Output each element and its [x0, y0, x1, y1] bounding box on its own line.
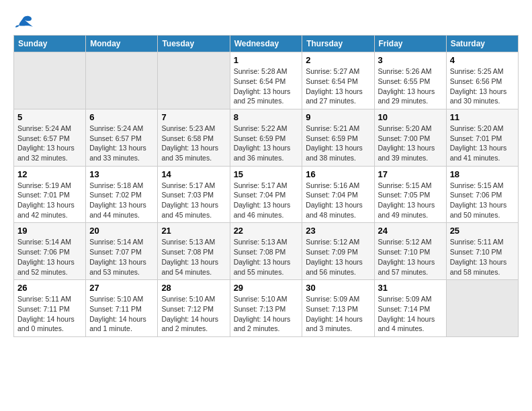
calendar-cell: [86, 52, 158, 109]
weekday-header-tuesday: Tuesday: [158, 36, 230, 52]
day-number: 12: [17, 169, 82, 179]
day-info: Sunrise: 5:17 AM Sunset: 7:04 PM Dayligh…: [234, 181, 299, 220]
calendar-cell: 25Sunrise: 5:11 AM Sunset: 7:10 PM Dayli…: [446, 223, 518, 280]
day-number: 11: [450, 112, 515, 122]
day-info: Sunrise: 5:13 AM Sunset: 7:08 PM Dayligh…: [234, 237, 299, 277]
calendar-cell: [14, 52, 86, 109]
day-number: 15: [234, 169, 299, 179]
calendar-cell: 9Sunrise: 5:21 AM Sunset: 6:59 PM Daylig…: [302, 109, 374, 166]
day-info: Sunrise: 5:11 AM Sunset: 7:11 PM Dayligh…: [17, 294, 82, 334]
calendar-cell: 27Sunrise: 5:10 AM Sunset: 7:11 PM Dayli…: [86, 280, 158, 337]
calendar-cell: 17Sunrise: 5:15 AM Sunset: 7:05 PM Dayli…: [374, 166, 446, 223]
day-info: Sunrise: 5:12 AM Sunset: 7:09 PM Dayligh…: [306, 237, 370, 277]
calendar-cell: 11Sunrise: 5:20 AM Sunset: 7:01 PM Dayli…: [446, 109, 518, 166]
day-number: 4: [450, 55, 515, 65]
day-number: 1: [234, 55, 299, 65]
calendar-cell: 13Sunrise: 5:18 AM Sunset: 7:02 PM Dayli…: [86, 166, 158, 223]
day-number: 16: [306, 169, 370, 179]
day-info: Sunrise: 5:24 AM Sunset: 6:57 PM Dayligh…: [17, 124, 82, 163]
calendar-cell: 29Sunrise: 5:10 AM Sunset: 7:13 PM Dayli…: [230, 280, 302, 337]
day-number: 3: [378, 55, 443, 65]
day-info: Sunrise: 5:23 AM Sunset: 6:58 PM Dayligh…: [161, 124, 226, 163]
calendar-cell: 21Sunrise: 5:13 AM Sunset: 7:08 PM Dayli…: [158, 223, 230, 280]
calendar-cell: 3Sunrise: 5:26 AM Sunset: 6:55 PM Daylig…: [374, 52, 446, 109]
calendar-cell: 26Sunrise: 5:11 AM Sunset: 7:11 PM Dayli…: [14, 280, 86, 337]
calendar-cell: 23Sunrise: 5:12 AM Sunset: 7:09 PM Dayli…: [302, 223, 374, 280]
logo-bird-icon: [14, 15, 33, 30]
day-info: Sunrise: 5:16 AM Sunset: 7:04 PM Dayligh…: [306, 181, 370, 220]
day-info: Sunrise: 5:14 AM Sunset: 7:07 PM Dayligh…: [89, 237, 154, 277]
day-info: Sunrise: 5:27 AM Sunset: 6:54 PM Dayligh…: [306, 66, 370, 106]
day-info: Sunrise: 5:25 AM Sunset: 6:56 PM Dayligh…: [450, 66, 515, 106]
logo: [13, 13, 33, 28]
calendar-cell: 30Sunrise: 5:09 AM Sunset: 7:13 PM Dayli…: [302, 280, 374, 337]
day-number: 27: [89, 283, 154, 293]
day-number: 2: [306, 55, 370, 65]
calendar-cell: 15Sunrise: 5:17 AM Sunset: 7:04 PM Dayli…: [230, 166, 302, 223]
calendar-week-row: 1Sunrise: 5:28 AM Sunset: 6:54 PM Daylig…: [14, 52, 519, 109]
calendar-week-row: 5Sunrise: 5:24 AM Sunset: 6:57 PM Daylig…: [14, 109, 519, 166]
calendar-cell: 6Sunrise: 5:24 AM Sunset: 6:57 PM Daylig…: [86, 109, 158, 166]
calendar-cell: 24Sunrise: 5:12 AM Sunset: 7:10 PM Dayli…: [374, 223, 446, 280]
day-info: Sunrise: 5:12 AM Sunset: 7:10 PM Dayligh…: [378, 237, 443, 277]
day-info: Sunrise: 5:14 AM Sunset: 7:06 PM Dayligh…: [17, 237, 82, 277]
day-info: Sunrise: 5:11 AM Sunset: 7:10 PM Dayligh…: [450, 237, 515, 277]
day-info: Sunrise: 5:10 AM Sunset: 7:11 PM Dayligh…: [89, 294, 154, 334]
weekday-header-saturday: Saturday: [446, 36, 518, 52]
day-number: 29: [234, 283, 299, 293]
calendar-cell: 4Sunrise: 5:25 AM Sunset: 6:56 PM Daylig…: [446, 52, 518, 109]
day-info: Sunrise: 5:19 AM Sunset: 7:01 PM Dayligh…: [17, 181, 82, 220]
day-info: Sunrise: 5:10 AM Sunset: 7:12 PM Dayligh…: [161, 294, 226, 334]
day-info: Sunrise: 5:21 AM Sunset: 6:59 PM Dayligh…: [306, 124, 370, 163]
weekday-header-wednesday: Wednesday: [230, 36, 302, 52]
day-info: Sunrise: 5:13 AM Sunset: 7:08 PM Dayligh…: [161, 237, 226, 277]
weekday-header-row: SundayMondayTuesdayWednesdayThursdayFrid…: [14, 36, 519, 52]
day-number: 6: [89, 112, 154, 122]
calendar-cell: 14Sunrise: 5:17 AM Sunset: 7:03 PM Dayli…: [158, 166, 230, 223]
weekday-header-sunday: Sunday: [14, 36, 86, 52]
day-info: Sunrise: 5:09 AM Sunset: 7:13 PM Dayligh…: [306, 294, 370, 334]
day-number: 18: [450, 169, 515, 179]
day-number: 19: [17, 226, 82, 236]
calendar-cell: 22Sunrise: 5:13 AM Sunset: 7:08 PM Dayli…: [230, 223, 302, 280]
day-info: Sunrise: 5:26 AM Sunset: 6:55 PM Dayligh…: [378, 66, 443, 106]
calendar-week-row: 26Sunrise: 5:11 AM Sunset: 7:11 PM Dayli…: [14, 280, 519, 337]
calendar-cell: 20Sunrise: 5:14 AM Sunset: 7:07 PM Dayli…: [86, 223, 158, 280]
day-number: 21: [161, 226, 226, 236]
day-number: 20: [89, 226, 154, 236]
calendar-cell: 31Sunrise: 5:09 AM Sunset: 7:14 PM Dayli…: [374, 280, 446, 337]
calendar-cell: 1Sunrise: 5:28 AM Sunset: 6:54 PM Daylig…: [230, 52, 302, 109]
day-number: 22: [234, 226, 299, 236]
day-number: 8: [234, 112, 299, 122]
day-number: 23: [306, 226, 370, 236]
day-info: Sunrise: 5:09 AM Sunset: 7:14 PM Dayligh…: [378, 294, 443, 334]
calendar-cell: 10Sunrise: 5:20 AM Sunset: 7:00 PM Dayli…: [374, 109, 446, 166]
day-number: 14: [161, 169, 226, 179]
calendar-cell: 18Sunrise: 5:15 AM Sunset: 7:06 PM Dayli…: [446, 166, 518, 223]
day-number: 13: [89, 169, 154, 179]
calendar-week-row: 12Sunrise: 5:19 AM Sunset: 7:01 PM Dayli…: [14, 166, 519, 223]
day-number: 25: [450, 226, 515, 236]
calendar-cell: 19Sunrise: 5:14 AM Sunset: 7:06 PM Dayli…: [14, 223, 86, 280]
day-number: 26: [17, 283, 82, 293]
calendar-cell: 2Sunrise: 5:27 AM Sunset: 6:54 PM Daylig…: [302, 52, 374, 109]
calendar-week-row: 19Sunrise: 5:14 AM Sunset: 7:06 PM Dayli…: [14, 223, 519, 280]
calendar-cell: 7Sunrise: 5:23 AM Sunset: 6:58 PM Daylig…: [158, 109, 230, 166]
day-number: 17: [378, 169, 443, 179]
weekday-header-friday: Friday: [374, 36, 446, 52]
day-info: Sunrise: 5:20 AM Sunset: 7:00 PM Dayligh…: [378, 124, 443, 163]
day-info: Sunrise: 5:28 AM Sunset: 6:54 PM Dayligh…: [234, 66, 299, 106]
day-number: 10: [378, 112, 443, 122]
calendar-cell: [446, 280, 518, 337]
calendar-cell: 16Sunrise: 5:16 AM Sunset: 7:04 PM Dayli…: [302, 166, 374, 223]
day-number: 31: [378, 283, 443, 293]
day-info: Sunrise: 5:10 AM Sunset: 7:13 PM Dayligh…: [234, 294, 299, 334]
day-info: Sunrise: 5:18 AM Sunset: 7:02 PM Dayligh…: [89, 181, 154, 220]
day-info: Sunrise: 5:15 AM Sunset: 7:05 PM Dayligh…: [378, 181, 443, 220]
calendar-table: SundayMondayTuesdayWednesdayThursdayFrid…: [13, 35, 519, 337]
day-number: 7: [161, 112, 226, 122]
day-number: 5: [17, 112, 82, 122]
weekday-header-thursday: Thursday: [302, 36, 374, 52]
calendar-cell: 5Sunrise: 5:24 AM Sunset: 6:57 PM Daylig…: [14, 109, 86, 166]
day-info: Sunrise: 5:17 AM Sunset: 7:03 PM Dayligh…: [161, 181, 226, 220]
